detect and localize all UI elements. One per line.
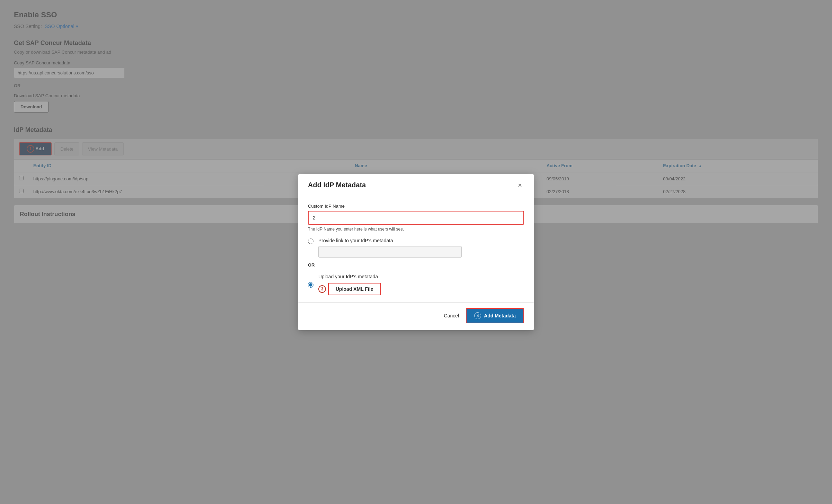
add-metadata-button[interactable]: 4 Add Metadata [466,308,524,323]
custom-idp-name-input[interactable] [308,211,524,225]
step3-badge: 3 [318,285,326,293]
step4-badge: 4 [474,312,481,319]
upload-btn-wrapper: 3 Upload XML File [318,283,524,295]
modal-header: Add IdP Metadata × [298,174,534,195]
upload-section: Upload your IdP's metatada 3 Upload XML … [308,274,524,295]
custom-idp-name-label: Custom IdP Name [308,204,524,209]
or-divider-modal: OR [308,262,524,268]
cancel-button[interactable]: Cancel [443,310,461,321]
modal-footer: Cancel 4 Add Metadata [298,302,534,330]
modal-title: Add IdP Metadata [308,181,366,189]
radio-link[interactable] [308,238,313,244]
upload-xml-button[interactable]: Upload XML File [328,283,381,295]
add-idp-modal: Add IdP Metadata × Custom IdP Name The I… [298,174,534,330]
metadata-link-input[interactable] [318,246,462,258]
radio-option-link: Provide link to your IdP's metadata [308,238,524,258]
modal-overlay: Add IdP Metadata × Custom IdP Name The I… [0,0,832,504]
close-button[interactable]: × [516,181,524,189]
radio-link-label[interactable]: Provide link to your IdP's metadata [318,238,393,243]
upload-label: Upload your IdP's metatada [318,274,524,279]
radio-upload[interactable] [308,282,313,288]
field-hint: The IdP Name you enter here is what user… [308,227,524,232]
modal-body: Custom IdP Name The IdP Name you enter h… [298,195,534,302]
upload-content: Upload your IdP's metatada 3 Upload XML … [318,274,524,295]
